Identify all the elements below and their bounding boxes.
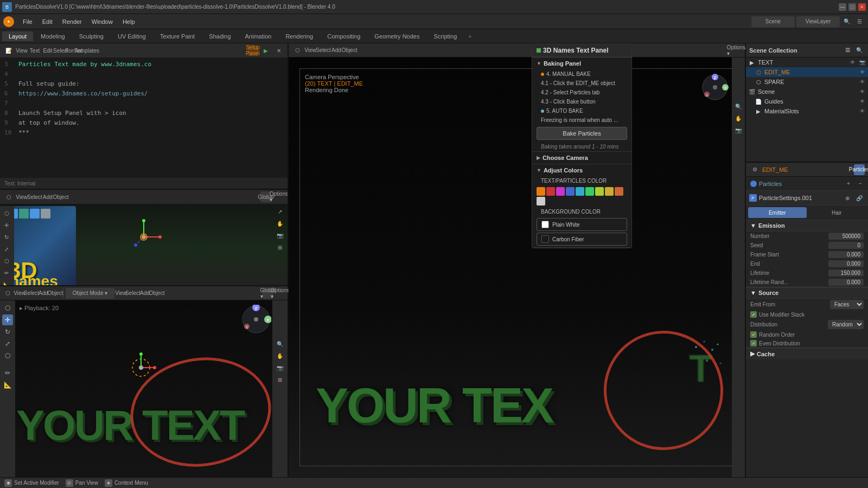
tab-rendering[interactable]: Rendering	[279, 31, 320, 41]
tab-modeling[interactable]: Modeling	[34, 31, 72, 41]
menu-edit[interactable]: Edit	[38, 17, 57, 26]
camera-canvas[interactable]: Camera Perspective (20) TEXT | EDIT_ME R…	[289, 57, 745, 477]
rotate-icon[interactable]: ↻	[1, 232, 12, 242]
run-script-icon[interactable]: ▶	[260, 45, 271, 56]
particles-tab-btn[interactable]: Particles	[854, 164, 865, 175]
grid-icon[interactable]: ⊞	[275, 242, 285, 253]
editor-icon-main[interactable]: ⬡	[2, 288, 13, 299]
tab-geometry-nodes[interactable]: Geometry Nodes	[368, 31, 426, 41]
cam-select-btn[interactable]: Select	[318, 45, 329, 56]
camera-viewport[interactable]: ⬡ View Select Add Object Options ▾ Camer…	[289, 43, 746, 477]
edit-menu[interactable]: Edit	[42, 45, 53, 56]
view-btn[interactable]: View	[16, 191, 27, 202]
outliner-filter-icon[interactable]: ☰	[842, 45, 853, 56]
annotate-icon[interactable]: ✏	[1, 267, 12, 278]
close-button[interactable]: ✕	[858, 3, 866, 11]
menu-window[interactable]: Window	[87, 17, 117, 26]
scale-icon[interactable]: ⤢	[1, 243, 12, 254]
prop-editor-icon[interactable]: ⚙	[749, 164, 760, 175]
object-btn[interactable]: Object	[55, 191, 66, 202]
annotate-tool-icon[interactable]: ✏	[2, 368, 13, 378]
bake-particles-button[interactable]: Bake Particles	[537, 127, 627, 140]
cache-header[interactable]: ▶ Cache	[746, 348, 868, 359]
cam-object-btn[interactable]: Object	[344, 45, 355, 56]
cursor-icon[interactable]: ↗	[275, 206, 285, 217]
swatch-brown[interactable]	[615, 187, 623, 196]
transform-icon[interactable]: ⬡	[1, 255, 12, 266]
emitter-tab[interactable]: Emitter	[748, 207, 807, 218]
pan-icon[interactable]: ✋	[275, 350, 285, 361]
add-btn[interactable]: Add	[42, 191, 53, 202]
transform-tool-icon[interactable]: ⬡	[2, 350, 13, 361]
tab-sculpting[interactable]: Sculpting	[73, 31, 110, 41]
measure-tool-icon[interactable]: 📐	[2, 380, 13, 390]
menu-render[interactable]: Render	[58, 17, 86, 26]
emission-header[interactable]: ▼ Emission	[746, 220, 868, 232]
distribution-select[interactable]: Random Jittered	[828, 320, 864, 329]
main-3d-viewport[interactable]: ⬡ View Select Add Object Object Mode ▾ V…	[0, 285, 288, 477]
choose-camera-header[interactable]: ▶ Choose Camera	[532, 152, 631, 164]
view-label[interactable]: View	[14, 288, 25, 299]
close-panel-icon[interactable]: ✕	[273, 45, 284, 56]
cam-options-btn[interactable]: Options ▾	[731, 45, 742, 56]
tab-uv-editing[interactable]: UV Editing	[111, 31, 152, 41]
swatch-green[interactable]	[585, 187, 594, 196]
cam-nav-gizmo[interactable]: Z Y X	[701, 74, 729, 102]
view-menu[interactable]: View	[16, 45, 27, 56]
swatch-purple[interactable]	[556, 187, 565, 196]
emission-end-value[interactable]: 0.000	[828, 260, 864, 267]
even-distribution-checkbox[interactable]: ✓	[750, 340, 757, 346]
tab-texture-paint[interactable]: Texture Paint	[154, 31, 201, 41]
use-modifier-checkbox[interactable]: ✓	[750, 311, 757, 318]
baking-panel-header[interactable]: ▼ Baking Panel	[532, 57, 631, 69]
select-icon[interactable]: ⬡	[2, 303, 13, 313]
object-mode-selector[interactable]: Object Mode ▾	[66, 288, 114, 299]
tab-animation[interactable]: Animation	[239, 31, 278, 41]
hand-icon[interactable]: ✋	[275, 218, 285, 229]
editor-type-3d-icon[interactable]: ⬡	[3, 191, 14, 202]
object-btn2[interactable]: Object	[151, 288, 162, 299]
tab-compositing[interactable]: Compositing	[321, 31, 367, 41]
emission-lifetime-rand-value[interactable]: 0.000	[828, 279, 864, 286]
grid-view-icon[interactable]: ⊞	[275, 374, 285, 385]
options-main[interactable]: Options ▾	[275, 288, 285, 299]
camera-icon[interactable]: 📷	[275, 230, 285, 241]
swatch-white[interactable]	[537, 197, 545, 206]
select-btn[interactable]: Select	[29, 191, 40, 202]
swatch-yellow[interactable]	[605, 187, 614, 196]
source-header[interactable]: ▼ Source	[746, 287, 868, 299]
add-workspace-button[interactable]: +	[464, 31, 475, 42]
eye-icon-spare[interactable]: 👁	[858, 78, 866, 86]
scene-selector[interactable]: Scene	[751, 16, 795, 27]
select-menu[interactable]: Select	[55, 45, 66, 56]
view-btn2[interactable]: View	[116, 288, 126, 299]
swatch-red[interactable]	[546, 187, 555, 196]
scale-tool-icon[interactable]: ⤢	[2, 338, 13, 349]
emit-from-select[interactable]: Faces Verts Volume	[830, 300, 864, 309]
render-icon-text[interactable]: 📷	[858, 59, 866, 66]
outliner-search-icon[interactable]: 🔍	[854, 45, 865, 56]
select-box-icon[interactable]: ⬡	[1, 208, 12, 219]
zoom-icon[interactable]: 🔍	[275, 338, 285, 349]
emission-number-value[interactable]: 500000	[828, 233, 864, 240]
menu-help[interactable]: Help	[118, 17, 139, 26]
move-icon[interactable]: ✛	[1, 220, 12, 230]
adjust-colors-header[interactable]: ▼ Adjust Colors	[532, 164, 631, 176]
eye-icon-material[interactable]: 👁	[858, 107, 866, 115]
view-layer-selector[interactable]: ViewLayer	[796, 16, 840, 27]
cam-editor-icon[interactable]: ⬡	[292, 45, 303, 56]
orbit-cam-icon[interactable]: 📷	[733, 125, 744, 136]
emission-seed-value[interactable]: 0	[828, 242, 864, 249]
maximize-button[interactable]: □	[848, 3, 856, 11]
swatch-blue[interactable]	[566, 187, 575, 196]
cam-add-btn[interactable]: Add	[331, 45, 342, 56]
preview-3d-viewport[interactable]: ⬡ View Select Add Object Global Options …	[0, 190, 288, 285]
select-label[interactable]: Select	[26, 288, 37, 299]
move-tool-icon[interactable]: ✛	[2, 314, 13, 325]
rotate-tool-icon[interactable]: ↻	[2, 326, 13, 337]
swatch-cyan[interactable]	[576, 187, 584, 196]
text-menu[interactable]: Text	[29, 45, 40, 56]
editor-type-icon[interactable]: 📝	[3, 45, 14, 56]
emission-frame-start-value[interactable]: 0.000	[828, 251, 864, 258]
cam-view-btn[interactable]: View	[305, 45, 316, 56]
